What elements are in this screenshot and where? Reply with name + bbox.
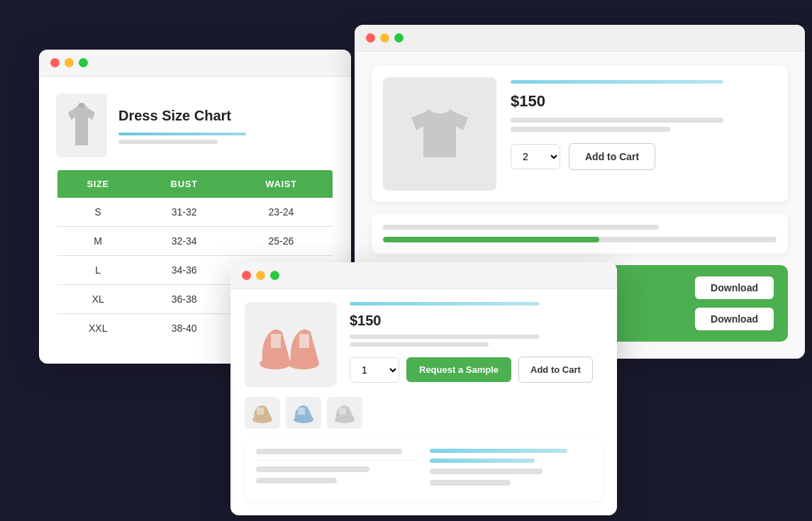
shoes-desc-bar-2 — [350, 342, 489, 347]
bust-m: 32-34 — [138, 227, 229, 256]
shoes-content: $150 1 2 3 Request a Sample Add to Cart — [230, 289, 617, 515]
product-desc-bar-1 — [511, 118, 723, 123]
minimize-icon[interactable] — [380, 33, 389, 43]
shoes-desc-bar-1 — [350, 335, 540, 339]
size-m: M — [57, 227, 138, 256]
close-icon[interactable] — [50, 58, 60, 67]
bust-l: 34-36 — [138, 256, 229, 285]
maximize-icon[interactable] — [79, 58, 88, 67]
size-l: L — [57, 256, 138, 285]
bottom-bar-1 — [256, 449, 402, 454]
col-size: SIZE — [57, 169, 138, 198]
svg-rect-8 — [339, 408, 346, 415]
shoe-thumb-icon-1 — [250, 403, 275, 424]
minimize-icon[interactable] — [65, 58, 74, 67]
size-s: S — [57, 198, 138, 227]
shirt-product-card: $150 2 1 3 4 5 Add to Cart — [372, 66, 788, 202]
waist-s: 23-24 — [230, 198, 333, 227]
shoe-thumb-icon-3 — [332, 403, 357, 424]
svg-rect-6 — [298, 408, 305, 415]
table-row: M 32-34 25-26 — [57, 227, 333, 256]
dress-title-area: Dress Size Chart — [118, 108, 246, 144]
shirt-svg-icon — [408, 102, 472, 166]
shirt-product-image — [383, 77, 496, 191]
shirt-product-info: $150 2 1 3 4 5 Add to Cart — [511, 77, 777, 170]
shoe-thumb-icon-2 — [291, 403, 316, 424]
bottom-divider — [256, 460, 418, 461]
gray-subtitle-bar — [118, 140, 218, 144]
col-waist: WAIST — [230, 169, 333, 198]
progress-bar-fill — [383, 237, 599, 242]
shoe-thumb-3[interactable] — [327, 397, 362, 429]
waist-m: 25-26 — [230, 227, 333, 256]
svg-point-0 — [78, 103, 85, 108]
shoe-thumb-1[interactable] — [245, 397, 280, 429]
bottom-blue-bar-1 — [430, 449, 567, 453]
shirt-add-to-cart-button[interactable]: Add to Cart — [569, 143, 655, 170]
table-header-row: SIZE BUST WAIST — [57, 169, 333, 198]
dress-title: Dress Size Chart — [118, 108, 246, 124]
maximize-icon[interactable] — [394, 33, 404, 43]
progress-label-bar — [383, 225, 659, 230]
svg-rect-4 — [257, 408, 264, 415]
bottom-right-section — [430, 449, 592, 491]
bottom-left-section — [256, 449, 418, 491]
shoes-thumbnails — [245, 397, 603, 429]
dress-header: Dress Size Chart — [56, 94, 334, 157]
shoes-price: $150 — [350, 313, 603, 329]
specification-download-button[interactable]: Download — [695, 276, 774, 299]
close-icon[interactable] — [366, 33, 375, 43]
shirt-quantity-select[interactable]: 2 1 3 4 5 — [511, 144, 560, 169]
product-desc-bar-2 — [511, 127, 670, 132]
shirt-product-actions: 2 1 3 4 5 Add to Cart — [511, 143, 777, 170]
shoes-product-card: $150 1 2 3 Request a Sample Add to Cart — [245, 302, 603, 387]
size-xl: XL — [57, 285, 138, 314]
bottom-blue-bar-2 — [430, 459, 535, 463]
dress-icon — [67, 103, 96, 149]
request-sample-button[interactable]: Request a Sample — [406, 357, 511, 382]
shoes-product-window: $150 1 2 3 Request a Sample Add to Cart — [230, 262, 617, 515]
bottom-bar-3 — [256, 478, 337, 483]
shoes-svg-icon — [255, 313, 326, 376]
dress-window-titlebar — [39, 50, 351, 77]
bust-xxl: 38-40 — [138, 314, 229, 344]
minimize-icon[interactable] — [256, 271, 265, 280]
shirt-price: $150 — [511, 92, 777, 111]
table-row: S 31-32 23-24 — [57, 198, 333, 227]
bust-s: 31-32 — [138, 198, 229, 227]
maximize-icon[interactable] — [270, 271, 279, 280]
shoe-thumb-2[interactable] — [286, 397, 321, 429]
dress-thumbnail — [56, 94, 107, 157]
bottom-info-card — [245, 439, 603, 501]
product-blue-bar — [511, 80, 723, 84]
shoes-product-info: $150 1 2 3 Request a Sample Add to Cart — [350, 302, 603, 383]
close-icon[interactable] — [242, 271, 251, 280]
shoes-add-to-cart-button[interactable]: Add to Cart — [518, 357, 593, 383]
bust-xl: 36-38 — [138, 285, 229, 314]
shoes-quantity-select[interactable]: 1 2 3 — [350, 357, 399, 383]
bottom-bar-5 — [430, 480, 511, 486]
col-bust: BUST — [138, 169, 229, 198]
shoes-product-actions: 1 2 3 Request a Sample Add to Cart — [350, 357, 603, 383]
progress-bar-track — [383, 237, 777, 242]
bottom-bar-2 — [256, 466, 369, 472]
bottom-bar-4 — [430, 469, 543, 474]
progress-card — [372, 213, 788, 254]
shirt-window-titlebar — [355, 25, 805, 52]
shoes-blue-bar — [350, 302, 540, 306]
shoes-window-titlebar — [230, 262, 617, 289]
brochure-download-button[interactable]: Download — [695, 308, 774, 330]
shoes-product-image — [245, 302, 337, 387]
size-xxl: XXL — [57, 314, 138, 344]
blue-accent-bar — [118, 133, 246, 135]
